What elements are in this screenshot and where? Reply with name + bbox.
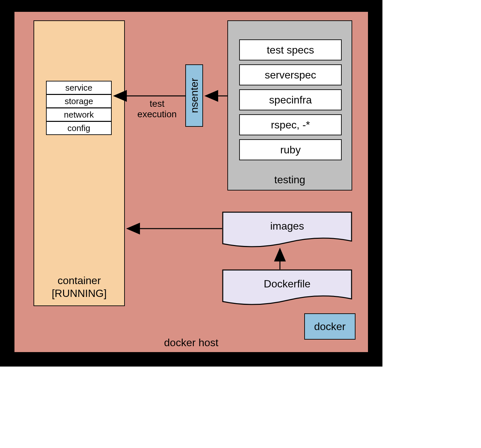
images-doc-label: images — [222, 220, 352, 232]
dockerfile-doc: Dockerfile — [222, 269, 352, 306]
testing-item-ruby: ruby — [239, 139, 342, 160]
container-label-line1: container — [57, 275, 101, 286]
testing-box: test specs serverspec specinfra rspec, -… — [227, 20, 352, 190]
testing-item-testspecs: test specs — [239, 39, 342, 60]
testing-item-rspec: rspec, -* — [239, 114, 342, 135]
docker-host-box: service storage network config container… — [14, 12, 368, 352]
testing-item-specinfra: specinfra — [239, 89, 342, 110]
container-item-service: service — [47, 81, 111, 95]
test-execution-label: test execution — [131, 99, 183, 120]
test-execution-line1: test — [149, 99, 164, 109]
container-stack: service storage network config — [46, 81, 112, 135]
nsenter-label: nsenter — [188, 78, 200, 113]
testing-items: test specs serverspec specinfra rspec, -… — [239, 39, 342, 164]
testing-label: testing — [228, 174, 352, 186]
container-item-storage: storage — [47, 95, 111, 108]
container-item-network: network — [47, 108, 111, 122]
container-item-config: config — [47, 122, 111, 134]
diagram-canvas: service storage network config container… — [0, 0, 481, 448]
outer-frame: service storage network config container… — [0, 0, 382, 367]
test-execution-line2: execution — [137, 109, 177, 119]
images-doc: images — [222, 212, 352, 248]
docker-box: docker — [304, 313, 355, 340]
container-label-line2: [RUNNING] — [52, 287, 106, 299]
docker-host-label: docker host — [14, 337, 368, 349]
nsenter-box: nsenter — [185, 64, 203, 127]
dockerfile-doc-label: Dockerfile — [222, 278, 352, 290]
container-label: container [RUNNING] — [34, 274, 124, 300]
testing-item-serverspec: serverspec — [239, 64, 342, 85]
container-box: service storage network config container… — [34, 20, 125, 306]
